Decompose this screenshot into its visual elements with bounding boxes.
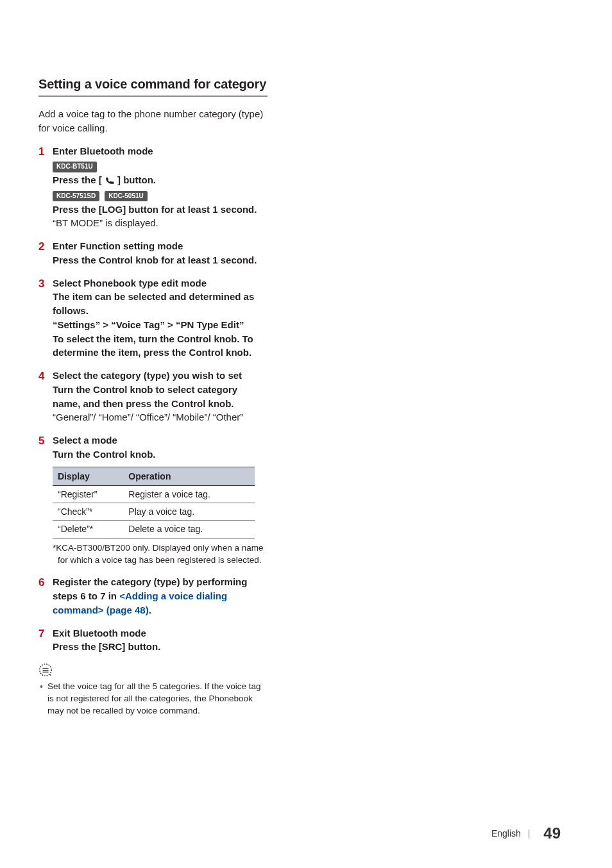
step-title: Select a mode <box>53 433 268 447</box>
step-text: Turn the Control knob. <box>53 447 268 462</box>
step-title: Select Phonebook type edit mode <box>53 276 268 290</box>
step-text: . <box>149 605 151 615</box>
step-title: Enter Bluetooth mode <box>53 144 268 158</box>
table-row: “Register” Register a voice tag. <box>53 485 255 503</box>
step-6: Register the category (type) by performi… <box>38 575 268 617</box>
step-3: Select Phonebook type edit mode The item… <box>38 276 268 360</box>
section-title: Setting a voice command for category <box>38 77 268 97</box>
step-5: Select a mode Turn the Control knob. Dis… <box>38 433 268 566</box>
step-text: Press the Control knob for at least 1 se… <box>53 253 268 267</box>
table-row: “Delete”* Delete a voice tag. <box>53 521 255 538</box>
step-text: Press the [SRC] button. <box>53 640 268 654</box>
modes-table: Display Operation “Register” Register a … <box>53 467 255 538</box>
note-section: Set the voice tag for all the 5 categori… <box>38 663 268 717</box>
page-footer: English | 49 <box>491 824 561 842</box>
manual-page: Setting a voice command for category Add… <box>0 0 306 717</box>
svg-rect-3 <box>42 670 48 671</box>
step-text: Turn the Control knob to select category… <box>53 383 268 411</box>
step-text: ] button. <box>117 174 156 185</box>
step-1: Enter Bluetooth mode KDC-BT51U Press the… <box>38 144 268 231</box>
step-text: “General”/ “Home”/ “Office”/ “Mobile”/ “… <box>53 410 268 424</box>
svg-rect-2 <box>42 668 48 669</box>
note-icon <box>38 663 53 677</box>
path-segment: “PN Type Edit” <box>176 319 244 330</box>
svg-rect-0 <box>111 181 114 183</box>
step-text: The item can be selected and determined … <box>53 290 268 318</box>
model-badge: KDC-BT51U <box>53 162 97 172</box>
path-segment: “Settings” <box>53 319 100 330</box>
note-text: Set the voice tag for all the 5 categori… <box>38 681 268 717</box>
model-badge: KDC-5751SD <box>53 191 99 202</box>
step-title: Exit Bluetooth mode <box>53 626 268 640</box>
step-7: Exit Bluetooth mode Press the [SRC] butt… <box>38 626 268 655</box>
step-text: To select the item, turn the Control kno… <box>53 332 268 360</box>
step-title: Enter Function setting mode <box>53 239 268 253</box>
footer-separator: | <box>528 828 531 839</box>
footer-language: English <box>491 828 521 839</box>
table-cell: Delete a voice tag. <box>123 521 255 538</box>
steps-list: Enter Bluetooth mode KDC-BT51U Press the… <box>38 144 268 655</box>
table-cell: “Check”* <box>53 503 123 521</box>
step-2: Enter Function setting mode Press the Co… <box>38 239 268 267</box>
model-badge: KDC-5051U <box>105 191 147 202</box>
page-number: 49 <box>543 824 561 842</box>
table-cell: Play a voice tag. <box>123 503 255 521</box>
chevron-right-icon: > <box>103 319 111 330</box>
table-cell: “Register” <box>53 485 123 503</box>
chevron-right-icon: > <box>167 319 176 330</box>
step-text: Press the [LOG] button for at least 1 se… <box>53 203 268 217</box>
table-cell: Register a voice tag. <box>123 485 255 503</box>
step-title: Select the category (type) you wish to s… <box>53 369 268 383</box>
table-header-operation: Operation <box>123 467 255 485</box>
table-cell: “Delete”* <box>53 521 123 538</box>
svg-rect-4 <box>42 672 48 672</box>
table-footnote: *KCA-BT300/BT200 only. Displayed only wh… <box>53 542 268 567</box>
step-4: Select the category (type) you wish to s… <box>38 369 268 424</box>
step-text: Press the [ <box>53 174 105 185</box>
step-text: “BT MODE” is displayed. <box>53 216 268 230</box>
table-row: “Check”* Play a voice tag. <box>53 503 255 521</box>
table-header-display: Display <box>53 467 123 485</box>
intro-text: Add a voice tag to the phone number cate… <box>38 107 268 135</box>
phone-icon <box>105 176 115 185</box>
path-segment: “Voice Tag” <box>111 319 165 330</box>
